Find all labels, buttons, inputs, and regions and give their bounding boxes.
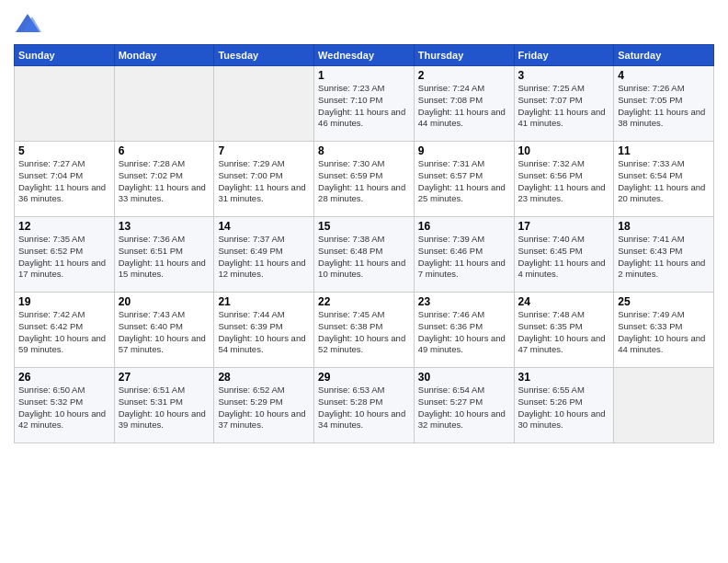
calendar-week-row: 5 Sunrise: 7:27 AMSunset: 7:04 PMDayligh… — [15, 142, 714, 217]
calendar-cell: 24 Sunrise: 7:48 AMSunset: 6:35 PMDaylig… — [514, 293, 614, 368]
day-number: 2 — [418, 69, 510, 82]
day-number: 19 — [18, 295, 110, 308]
day-info: Sunrise: 7:29 AMSunset: 7:00 PMDaylight:… — [218, 158, 310, 205]
calendar-cell: 13 Sunrise: 7:36 AMSunset: 6:51 PMDaylig… — [114, 217, 214, 293]
day-info: Sunrise: 6:55 AMSunset: 5:26 PMDaylight:… — [518, 385, 610, 431]
day-number: 23 — [418, 295, 510, 308]
day-number: 20 — [119, 295, 210, 308]
day-info: Sunrise: 6:51 AMSunset: 5:31 PMDaylight:… — [119, 385, 210, 431]
day-number: 11 — [618, 144, 710, 157]
day-number: 27 — [119, 371, 210, 384]
day-number: 5 — [18, 144, 110, 157]
logo — [14, 9, 45, 37]
day-number: 24 — [518, 295, 610, 308]
day-number: 25 — [618, 295, 710, 308]
weekday-header: Tuesday — [214, 45, 314, 66]
day-info: Sunrise: 7:26 AMSunset: 7:05 PMDaylight:… — [618, 83, 710, 130]
day-info: Sunrise: 7:44 AMSunset: 6:39 PMDaylight:… — [218, 309, 310, 356]
calendar-cell — [15, 66, 115, 142]
calendar-cell: 12 Sunrise: 7:35 AMSunset: 6:52 PMDaylig… — [15, 217, 115, 293]
day-number: 10 — [518, 144, 610, 157]
calendar-cell: 10 Sunrise: 7:32 AMSunset: 6:56 PMDaylig… — [514, 142, 614, 217]
calendar-cell: 2 Sunrise: 7:24 AMSunset: 7:08 PMDayligh… — [414, 66, 514, 142]
day-number: 1 — [318, 69, 410, 82]
calendar-cell: 22 Sunrise: 7:45 AMSunset: 6:38 PMDaylig… — [314, 293, 415, 368]
day-number: 4 — [618, 69, 710, 82]
day-number: 14 — [218, 220, 310, 233]
page-container: SundayMondayTuesdayWednesdayThursdayFrid… — [0, 0, 728, 563]
day-info: Sunrise: 7:43 AMSunset: 6:40 PMDaylight:… — [119, 309, 210, 356]
page-header — [14, 9, 714, 37]
weekday-header: Monday — [114, 45, 214, 66]
day-number: 26 — [18, 371, 110, 384]
calendar-cell: 16 Sunrise: 7:39 AMSunset: 6:46 PMDaylig… — [414, 217, 514, 293]
day-info: Sunrise: 7:35 AMSunset: 6:52 PMDaylight:… — [18, 234, 110, 281]
calendar-header-row: SundayMondayTuesdayWednesdayThursdayFrid… — [15, 45, 714, 66]
day-info: Sunrise: 7:37 AMSunset: 6:49 PMDaylight:… — [218, 234, 310, 281]
calendar-cell: 20 Sunrise: 7:43 AMSunset: 6:40 PMDaylig… — [114, 293, 214, 368]
day-number: 3 — [518, 69, 610, 82]
day-number: 28 — [218, 371, 310, 384]
day-info: Sunrise: 7:38 AMSunset: 6:48 PMDaylight:… — [318, 234, 410, 281]
day-number: 30 — [418, 371, 510, 384]
day-info: Sunrise: 7:42 AMSunset: 6:42 PMDaylight:… — [18, 309, 110, 356]
day-info: Sunrise: 7:36 AMSunset: 6:51 PMDaylight:… — [119, 234, 210, 281]
day-number: 15 — [318, 220, 410, 233]
weekday-header: Thursday — [414, 45, 514, 66]
weekday-header: Saturday — [614, 45, 714, 66]
day-info: Sunrise: 7:28 AMSunset: 7:02 PMDaylight:… — [119, 158, 210, 205]
calendar-cell: 27 Sunrise: 6:51 AMSunset: 5:31 PMDaylig… — [114, 368, 214, 443]
day-info: Sunrise: 7:46 AMSunset: 6:36 PMDaylight:… — [418, 309, 510, 356]
day-number: 13 — [119, 220, 210, 233]
calendar-cell: 26 Sunrise: 6:50 AMSunset: 5:32 PMDaylig… — [15, 368, 115, 443]
day-number: 6 — [119, 144, 210, 157]
day-number: 31 — [518, 371, 610, 384]
calendar-cell: 17 Sunrise: 7:40 AMSunset: 6:45 PMDaylig… — [514, 217, 614, 293]
calendar-table: SundayMondayTuesdayWednesdayThursdayFrid… — [14, 44, 714, 443]
day-info: Sunrise: 7:32 AMSunset: 6:56 PMDaylight:… — [518, 158, 610, 205]
day-info: Sunrise: 6:50 AMSunset: 5:32 PMDaylight:… — [18, 385, 110, 431]
day-info: Sunrise: 6:53 AMSunset: 5:28 PMDaylight:… — [318, 385, 410, 431]
calendar-cell: 8 Sunrise: 7:30 AMSunset: 6:59 PMDayligh… — [314, 142, 415, 217]
calendar-cell: 30 Sunrise: 6:54 AMSunset: 5:27 PMDaylig… — [414, 368, 514, 443]
day-number: 18 — [618, 220, 710, 233]
day-info: Sunrise: 7:25 AMSunset: 7:07 PMDaylight:… — [518, 83, 610, 130]
calendar-cell: 29 Sunrise: 6:53 AMSunset: 5:28 PMDaylig… — [314, 368, 415, 443]
day-info: Sunrise: 6:54 AMSunset: 5:27 PMDaylight:… — [418, 385, 510, 431]
calendar-cell: 18 Sunrise: 7:41 AMSunset: 6:43 PMDaylig… — [614, 217, 714, 293]
day-number: 16 — [418, 220, 510, 233]
calendar-cell: 3 Sunrise: 7:25 AMSunset: 7:07 PMDayligh… — [514, 66, 614, 142]
calendar-cell — [214, 66, 314, 142]
calendar-cell: 14 Sunrise: 7:37 AMSunset: 6:49 PMDaylig… — [214, 217, 314, 293]
day-number: 17 — [518, 220, 610, 233]
calendar-week-row: 19 Sunrise: 7:42 AMSunset: 6:42 PMDaylig… — [15, 293, 714, 368]
day-info: Sunrise: 7:30 AMSunset: 6:59 PMDaylight:… — [318, 158, 410, 205]
day-info: Sunrise: 7:49 AMSunset: 6:33 PMDaylight:… — [618, 309, 710, 356]
day-number: 9 — [418, 144, 510, 157]
calendar-cell: 15 Sunrise: 7:38 AMSunset: 6:48 PMDaylig… — [314, 217, 415, 293]
calendar-cell: 31 Sunrise: 6:55 AMSunset: 5:26 PMDaylig… — [514, 368, 614, 443]
day-info: Sunrise: 7:39 AMSunset: 6:46 PMDaylight:… — [418, 234, 510, 281]
calendar-week-row: 12 Sunrise: 7:35 AMSunset: 6:52 PMDaylig… — [15, 217, 714, 293]
calendar-cell: 25 Sunrise: 7:49 AMSunset: 6:33 PMDaylig… — [614, 293, 714, 368]
calendar-cell — [614, 368, 714, 443]
calendar-cell: 23 Sunrise: 7:46 AMSunset: 6:36 PMDaylig… — [414, 293, 514, 368]
calendar-cell: 1 Sunrise: 7:23 AMSunset: 7:10 PMDayligh… — [314, 66, 415, 142]
calendar-cell: 5 Sunrise: 7:27 AMSunset: 7:04 PMDayligh… — [15, 142, 115, 217]
day-info: Sunrise: 6:52 AMSunset: 5:29 PMDaylight:… — [218, 385, 310, 431]
weekday-header: Friday — [514, 45, 614, 66]
day-info: Sunrise: 7:23 AMSunset: 7:10 PMDaylight:… — [318, 83, 410, 130]
day-info: Sunrise: 7:27 AMSunset: 7:04 PMDaylight:… — [18, 158, 110, 205]
day-number: 29 — [318, 371, 410, 384]
weekday-header: Wednesday — [314, 45, 415, 66]
calendar-cell: 7 Sunrise: 7:29 AMSunset: 7:00 PMDayligh… — [214, 142, 314, 217]
day-info: Sunrise: 7:48 AMSunset: 6:35 PMDaylight:… — [518, 309, 610, 356]
calendar-cell: 4 Sunrise: 7:26 AMSunset: 7:05 PMDayligh… — [614, 66, 714, 142]
day-info: Sunrise: 7:24 AMSunset: 7:08 PMDaylight:… — [418, 83, 510, 130]
day-number: 21 — [218, 295, 310, 308]
day-info: Sunrise: 7:45 AMSunset: 6:38 PMDaylight:… — [318, 309, 410, 356]
calendar-cell: 9 Sunrise: 7:31 AMSunset: 6:57 PMDayligh… — [414, 142, 514, 217]
day-info: Sunrise: 7:33 AMSunset: 6:54 PMDaylight:… — [618, 158, 710, 205]
calendar-cell: 19 Sunrise: 7:42 AMSunset: 6:42 PMDaylig… — [15, 293, 115, 368]
calendar-cell: 11 Sunrise: 7:33 AMSunset: 6:54 PMDaylig… — [614, 142, 714, 217]
